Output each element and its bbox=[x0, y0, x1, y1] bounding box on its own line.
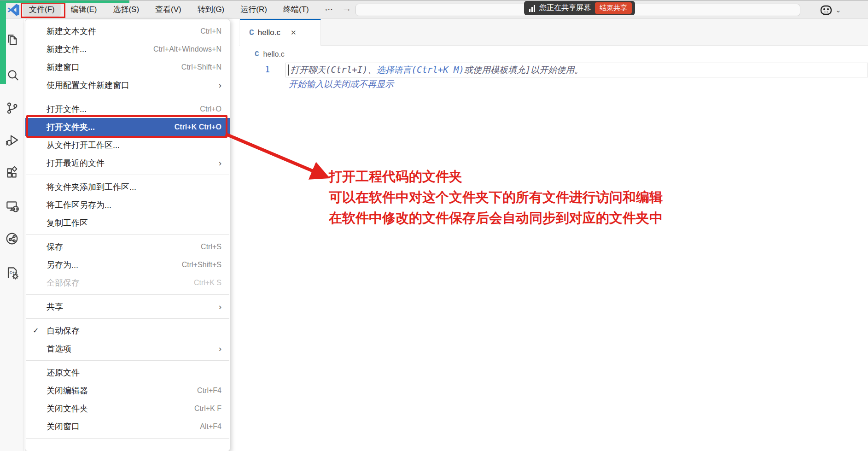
menu-item-shortcut: Alt+F4 bbox=[200, 422, 221, 431]
editor-line-2[interactable]: 开始输入以关闭或不再显示 bbox=[289, 78, 394, 90]
menu-item-7[interactable]: 从文件打开工作区... bbox=[25, 136, 230, 154]
menu-item-18[interactable]: 共享› bbox=[25, 298, 230, 316]
submenu-arrow-icon: › bbox=[219, 302, 221, 312]
submenu-arrow-icon: › bbox=[219, 80, 221, 90]
menubar-item-5[interactable]: 运行(R) bbox=[234, 3, 273, 17]
copilot-icon bbox=[820, 4, 833, 16]
menu-item-label: 另存为... bbox=[47, 259, 78, 270]
explorer-icon[interactable] bbox=[5, 32, 19, 47]
run-and-debug-icon[interactable] bbox=[5, 133, 19, 147]
menu-item-label: 新建文件... bbox=[47, 44, 87, 55]
forward-arrow-icon[interactable]: → bbox=[341, 3, 353, 14]
menubar: 文件(F)编辑(E)选择(S)查看(V)转到(G)运行(R)终端(T)⋯ bbox=[23, 3, 339, 17]
vscode-window: 文件(F)编辑(E)选择(S)查看(V)转到(G)运行(R)终端(T)⋯ ← →… bbox=[0, 0, 868, 451]
menubar-item-2[interactable]: 选择(S) bbox=[107, 3, 145, 17]
menu-item-24[interactable]: 关闭编辑器Ctrl+F4 bbox=[25, 381, 230, 399]
menu-item-3[interactable]: 使用配置文件新建窗口› bbox=[25, 76, 230, 94]
back-arrow-icon[interactable]: ← bbox=[322, 3, 334, 14]
menubar-item-0[interactable]: 文件(F) bbox=[23, 3, 61, 17]
remote-explorer-icon[interactable] bbox=[5, 199, 19, 213]
menu-item-label: 复制工作区 bbox=[47, 217, 88, 228]
menu-item-shortcut: Ctrl+K S bbox=[194, 279, 221, 287]
menubar-item-1[interactable]: 编辑(E) bbox=[65, 3, 103, 17]
submenu-arrow-icon: › bbox=[219, 344, 221, 354]
menu-item-shortcut: Ctrl+K F bbox=[194, 404, 221, 413]
menu-item-15[interactable]: 另存为...Ctrl+Shift+S bbox=[25, 256, 230, 274]
close-tab-icon[interactable]: ✕ bbox=[291, 29, 297, 37]
end-share-button[interactable]: 结束共享 bbox=[595, 2, 632, 14]
menu-item-11[interactable]: 将工作区另存为... bbox=[25, 196, 230, 214]
menu-item-shortcut: Ctrl+Alt+Windows+N bbox=[153, 45, 221, 53]
extensions-icon[interactable] bbox=[5, 165, 19, 180]
menu-item-shortcut: Ctrl+Shift+S bbox=[182, 261, 221, 269]
menu-item-label: 打开文件... bbox=[47, 104, 87, 115]
cpp-tools-icon[interactable]: C++ bbox=[5, 265, 19, 280]
menu-item-label: 将工作区另存为... bbox=[47, 199, 111, 211]
menu-item-label: 新建文本文件 bbox=[47, 26, 96, 37]
menu-item-label: 关闭窗口 bbox=[47, 421, 80, 432]
menu-item-label: 首选项 bbox=[47, 343, 71, 354]
source-control-icon[interactable] bbox=[5, 100, 19, 115]
menu-divider bbox=[25, 292, 230, 298]
hint-dismiss-link[interactable]: 开始输入以关闭或不再显示 bbox=[289, 79, 394, 89]
menu-item-shortcut: Ctrl+F4 bbox=[197, 387, 221, 395]
menu-item-2[interactable]: 新建窗口Ctrl+Shift+N bbox=[25, 58, 230, 76]
menu-item-label: 保存 bbox=[47, 241, 63, 252]
menu-item-12[interactable]: 复制工作区 bbox=[25, 214, 230, 232]
check-icon: ✓ bbox=[33, 326, 39, 335]
hint-open-chat[interactable]: 打开聊天(Ctrl+I)、 bbox=[291, 64, 377, 76]
menu-divider bbox=[25, 357, 230, 363]
menu-divider bbox=[25, 172, 230, 178]
share-status-text: 您正在共享屏幕 bbox=[539, 3, 591, 13]
hint-select-language-link[interactable]: 选择语言(Ctrl+K M) bbox=[377, 64, 464, 76]
menu-item-10[interactable]: 将文件夹添加到工作区... bbox=[25, 178, 230, 196]
menu-item-label: 关闭文件夹 bbox=[47, 403, 88, 414]
menu-item-23[interactable]: 还原文件 bbox=[25, 363, 230, 381]
menu-divider bbox=[25, 94, 230, 100]
annotation-line: 在软件中修改的文件保存后会自动同步到对应的文件夹中 bbox=[329, 208, 663, 228]
annotation-text: 打开工程代码的文件夹 可以在软件中对这个文件夹下的所有文件进行访问和编辑 在软件… bbox=[329, 166, 663, 228]
signal-bars-icon bbox=[529, 5, 535, 12]
menu-item-25[interactable]: 关闭文件夹Ctrl+K F bbox=[25, 399, 230, 417]
menu-item-14[interactable]: 保存Ctrl+S bbox=[25, 238, 230, 256]
menu-item-26[interactable]: 关闭窗口Alt+F4 bbox=[25, 417, 230, 435]
menu-item-label: 使用配置文件新建窗口 bbox=[47, 80, 129, 91]
breadcrumb[interactable]: C hello.c bbox=[239, 46, 868, 63]
screen-share-border-top bbox=[0, 0, 129, 3]
menu-item-21[interactable]: 首选项› bbox=[25, 340, 230, 357]
menu-item-16: 全部保存Ctrl+K S bbox=[25, 274, 230, 292]
text-cursor bbox=[288, 64, 289, 76]
annotation-arrow bbox=[221, 131, 341, 186]
breadcrumb-label: hello.c bbox=[263, 50, 285, 59]
screen-share-indicator: 您正在共享屏幕 结束共享 bbox=[524, 1, 635, 15]
menu-item-label: 还原文件 bbox=[47, 367, 80, 378]
menubar-item-6[interactable]: 终端(T) bbox=[277, 3, 315, 17]
copilot-menu[interactable]: ⌄ bbox=[820, 4, 841, 16]
search-icon[interactable] bbox=[5, 67, 19, 82]
menu-item-8[interactable]: 打开最近的文件› bbox=[25, 154, 230, 172]
menu-item-0[interactable]: 新建文本文件Ctrl+N bbox=[25, 22, 230, 40]
title-bar: 文件(F)编辑(E)选择(S)查看(V)转到(G)运行(R)终端(T)⋯ ← →… bbox=[0, 0, 868, 19]
history-navigation: ← → bbox=[322, 3, 353, 14]
menubar-item-4[interactable]: 转到(G) bbox=[192, 3, 231, 17]
annotation-line: 打开工程代码的文件夹 bbox=[329, 166, 663, 187]
menubar-item-3[interactable]: 查看(V) bbox=[149, 3, 187, 17]
menu-divider bbox=[25, 232, 230, 238]
menu-item-label: 将文件夹添加到工作区... bbox=[47, 182, 136, 193]
file-menu: 新建文本文件Ctrl+N新建文件...Ctrl+Alt+Windows+N新建窗… bbox=[25, 19, 230, 451]
menu-item-20[interactable]: ✓自动保存 bbox=[25, 322, 230, 340]
menu-item-label: 共享 bbox=[47, 301, 63, 312]
open-folder-highlight-box bbox=[26, 115, 227, 138]
menu-item-shortcut: Ctrl+S bbox=[201, 243, 221, 251]
menu-item-shortcut: Ctrl+O bbox=[200, 105, 221, 113]
menu-item-1[interactable]: 新建文件...Ctrl+Alt+Windows+N bbox=[25, 40, 230, 58]
tab-hello-c[interactable]: C hello.c ✕ bbox=[240, 19, 321, 46]
c-language-icon: C bbox=[255, 50, 259, 59]
live-share-icon[interactable] bbox=[5, 231, 19, 246]
menu-item-label: 自动保存 bbox=[47, 325, 80, 336]
menu-item-shortcut: Ctrl+N bbox=[200, 27, 221, 35]
menu-item-label: 关闭编辑器 bbox=[47, 385, 88, 396]
editor-line-1[interactable]: 打开聊天(Ctrl+I)、选择语言(Ctrl+K M)或使用模板填充]以开始使用… bbox=[285, 63, 868, 77]
menu-item-label: 新建窗口 bbox=[47, 62, 80, 73]
menu-item-label: 打开最近的文件 bbox=[47, 158, 105, 169]
